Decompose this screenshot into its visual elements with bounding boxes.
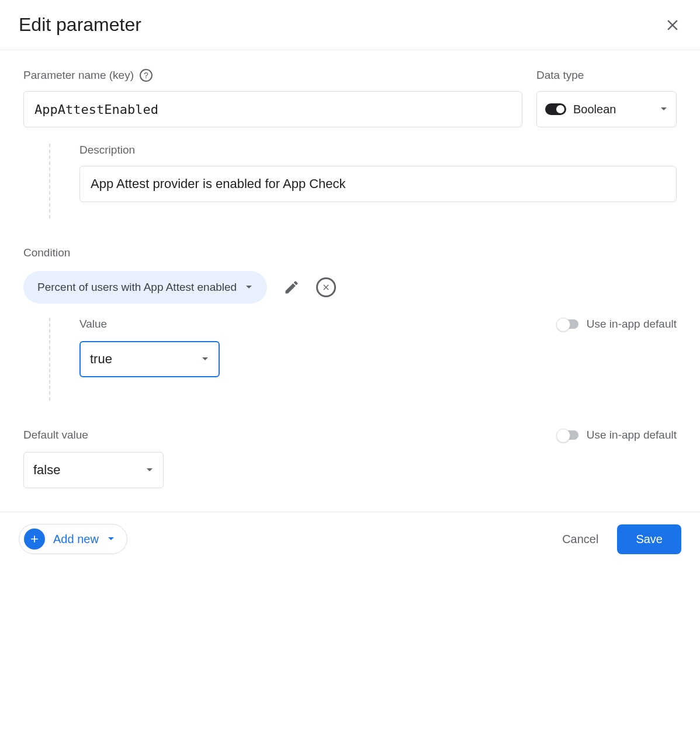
toggle-off-icon — [557, 319, 578, 329]
dialog-content: Parameter name (key) ? Data type Boolean… — [0, 50, 700, 512]
description-label: Description — [79, 144, 677, 157]
chevron-down-icon — [245, 285, 253, 290]
chevron-down-icon — [201, 357, 209, 361]
toggle-off-icon — [557, 430, 578, 440]
plus-icon — [24, 529, 45, 550]
close-icon[interactable] — [664, 16, 681, 34]
tree-line — [49, 144, 50, 218]
edit-icon[interactable] — [283, 279, 300, 295]
condition-chip[interactable]: Percent of users with App Attest enabled — [23, 271, 267, 304]
default-value-label: Default value — [23, 429, 164, 441]
condition-value-select[interactable]: true — [79, 341, 220, 377]
dialog-footer: Add new Cancel Save — [0, 512, 700, 566]
default-value-select[interactable]: false — [23, 452, 164, 488]
condition-inapp-toggle[interactable]: Use in-app default — [557, 318, 677, 331]
datatype-label: Data type — [536, 69, 677, 82]
chevron-down-icon — [107, 537, 115, 541]
dialog-header: Edit parameter — [0, 0, 700, 50]
condition-section-label: Condition — [23, 246, 677, 259]
cancel-button[interactable]: Cancel — [562, 533, 598, 546]
help-icon[interactable]: ? — [140, 69, 153, 82]
datatype-select[interactable]: Boolean — [536, 91, 677, 127]
description-input[interactable] — [79, 166, 677, 202]
chevron-down-icon — [660, 107, 668, 112]
chevron-down-icon — [145, 468, 154, 472]
boolean-icon — [545, 103, 566, 115]
param-name-input[interactable] — [23, 91, 522, 127]
add-new-button[interactable]: Add new — [19, 524, 127, 554]
tree-line — [49, 318, 50, 401]
value-label: Value — [79, 318, 220, 331]
remove-icon[interactable] — [316, 277, 336, 297]
param-name-label: Parameter name (key) ? — [23, 69, 522, 82]
save-button[interactable]: Save — [617, 524, 681, 554]
dialog-title: Edit parameter — [19, 14, 141, 36]
default-inapp-toggle[interactable]: Use in-app default — [557, 429, 677, 441]
